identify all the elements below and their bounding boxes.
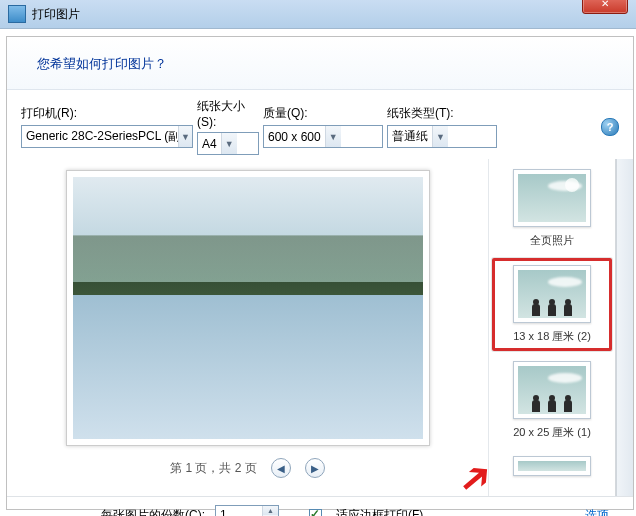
chevron-down-icon: ▼	[432, 126, 448, 147]
printer-label: 打印机(R):	[21, 105, 193, 122]
size-combo[interactable]: A4 ▼	[197, 132, 259, 155]
window-title: 打印图片	[32, 6, 80, 23]
layout-label	[496, 480, 608, 482]
options-bar: 每张图片的份数(C): ▲▼ 适应边框打印(F) 选项...	[7, 496, 633, 516]
copies-input[interactable]	[216, 506, 262, 516]
prev-page-button[interactable]: ◀	[271, 458, 291, 478]
layout-option-full[interactable]: 全页照片	[492, 163, 612, 254]
print-controls: 打印机(R): Generic 28C-2SeriesPCL (副本 ▼ 纸张大…	[7, 90, 633, 159]
app-icon	[8, 5, 26, 23]
chevron-down-icon: ▼	[178, 126, 192, 147]
copies-label: 每张图片的份数(C):	[101, 507, 205, 517]
help-icon[interactable]: ?	[601, 118, 619, 136]
spin-up-icon[interactable]: ▲	[263, 506, 278, 515]
layout-label: 13 x 18 厘米 (2)	[497, 327, 607, 344]
quality-value: 600 x 600	[264, 130, 325, 144]
layout-option-more[interactable]	[492, 450, 612, 488]
fit-frame-checkbox[interactable]	[309, 509, 322, 517]
next-page-button[interactable]: ▶	[305, 458, 325, 478]
preview-pane: 第 1 页，共 2 页 ◀ ▶ ➔	[7, 159, 488, 496]
layout-option-20x25[interactable]: 20 x 25 厘米 (1)	[492, 355, 612, 446]
scrollbar[interactable]	[616, 159, 633, 496]
copies-spinner[interactable]: ▲▼	[215, 505, 279, 516]
dialog-header: 您希望如何打印图片？	[7, 37, 633, 90]
type-label: 纸张类型(T):	[387, 105, 497, 122]
print-dialog: 您希望如何打印图片？ 打印机(R): Generic 28C-2SeriesPC…	[6, 36, 634, 510]
options-link[interactable]: 选项...	[585, 507, 619, 517]
header-question: 您希望如何打印图片？	[37, 56, 167, 71]
size-value: A4	[198, 137, 221, 151]
title-bar: 打印图片 ✕	[0, 0, 636, 29]
chevron-down-icon: ▼	[325, 126, 341, 147]
layout-label: 20 x 25 厘米 (1)	[496, 423, 608, 440]
layout-sidebar: 全页照片 13 x 18 厘米 (2) 20 x 25 厘米 (1)	[488, 159, 616, 496]
fit-frame-label: 适应边框打印(F)	[336, 507, 423, 517]
preview-frame	[66, 170, 430, 446]
type-combo[interactable]: 普通纸 ▼	[387, 125, 497, 148]
layout-option-13x18[interactable]: 13 x 18 厘米 (2)	[492, 258, 612, 351]
chevron-down-icon: ▼	[221, 133, 237, 154]
window-close-button[interactable]: ✕	[582, 0, 628, 14]
preview-image	[73, 177, 423, 439]
printer-combo[interactable]: Generic 28C-2SeriesPCL (副本 ▼	[21, 125, 193, 148]
printer-value: Generic 28C-2SeriesPCL (副本	[22, 128, 178, 145]
size-label: 纸张大小(S):	[197, 98, 259, 129]
quality-combo[interactable]: 600 x 600 ▼	[263, 125, 383, 148]
quality-label: 质量(Q):	[263, 105, 383, 122]
pager-text: 第 1 页，共 2 页	[170, 460, 257, 477]
layout-label: 全页照片	[496, 231, 608, 248]
type-value: 普通纸	[388, 128, 432, 145]
